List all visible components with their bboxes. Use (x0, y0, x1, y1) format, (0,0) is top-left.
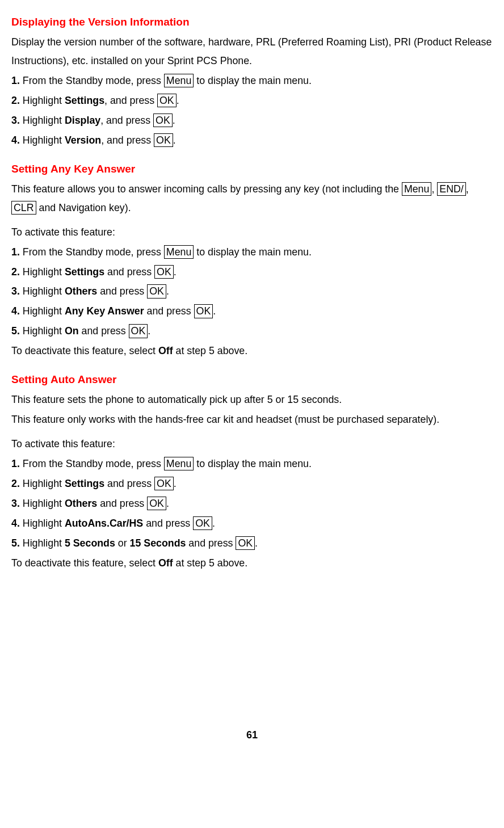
step-text: . (173, 135, 176, 146)
step-text: . (174, 266, 177, 278)
bold-15-seconds: 15 Seconds (130, 537, 186, 549)
step-text: . (213, 305, 216, 317)
activate-label: To activate this feature: (11, 223, 493, 242)
step-text: . (166, 498, 169, 509)
step-num: 1. (11, 75, 20, 86)
step-text: . (166, 285, 169, 297)
bold-version: Version (65, 135, 101, 146)
bold-settings: Settings (65, 266, 104, 278)
step-3-2: 2. Highlight Settings and press OK. (11, 474, 493, 493)
bold-others: Others (65, 498, 97, 509)
page-number: 61 (11, 726, 493, 745)
step-text: Highlight (20, 518, 65, 529)
bold-others: Others (65, 285, 97, 297)
key-ok: OK (236, 536, 255, 550)
intro-auto-1: This feature sets the phone to automatic… (11, 390, 493, 409)
step-text: . (174, 478, 177, 489)
step-text: or (115, 537, 130, 549)
step-1-4: 4. Highlight Version, and press OK. (11, 131, 493, 150)
step-num: 2. (11, 95, 20, 106)
step-num: 1. (11, 246, 20, 258)
step-text: Highlight (20, 498, 65, 509)
bold-5-seconds: 5 Seconds (65, 537, 115, 549)
text: at step 5 above. (173, 345, 247, 356)
step-text: . (212, 518, 215, 529)
step-text: Highlight (20, 266, 65, 278)
step-1-3: 3. Highlight Display, and press OK. (11, 111, 493, 130)
step-num: 4. (11, 305, 20, 317)
step-num: 5. (11, 537, 20, 549)
step-num: 3. (11, 498, 20, 509)
key-ok: OK (154, 133, 173, 147)
step-num: 1. (11, 458, 20, 469)
step-2-3: 3. Highlight Others and press OK. (11, 282, 493, 301)
step-text: and press (144, 305, 194, 317)
step-3-5: 5. Highlight 5 Seconds or 15 Seconds and… (11, 534, 493, 553)
step-text: Highlight (20, 95, 65, 106)
step-text: Highlight (20, 135, 65, 146)
step-text: and press (97, 498, 147, 509)
step-2-2: 2. Highlight Settings and press OK. (11, 263, 493, 281)
step-text: and press (79, 325, 129, 337)
deactivate-auto: To deactivate this feature, select Off a… (11, 554, 493, 573)
text: To deactivate this feature, select (11, 557, 158, 569)
step-text: . (177, 95, 179, 106)
step-2-4: 4. Highlight Any Key Answer and press OK… (11, 302, 493, 321)
activate-label: To activate this feature: (11, 435, 493, 453)
bold-display: Display (65, 115, 100, 126)
intro-any-key: This feature allows you to answer incomi… (11, 180, 493, 217)
step-text: Highlight (20, 115, 65, 126)
step-text: and press (143, 518, 193, 529)
heading-auto-answer: Setting Auto Answer (11, 369, 493, 389)
step-text: From the Standby mode, press (20, 458, 164, 469)
step-num: 3. (11, 115, 20, 126)
text: , (431, 183, 437, 195)
key-ok: OK (147, 284, 166, 298)
key-menu: Menu (164, 245, 194, 259)
step-2-5: 5. Highlight On and press OK. (11, 322, 493, 341)
intro-auto-2: This feature only works with the hands-f… (11, 410, 493, 429)
key-menu: Menu (164, 74, 194, 87)
step-num: 4. (11, 135, 20, 146)
step-text: From the Standby mode, press (20, 75, 164, 86)
bold-autoans: AutoAns.Car/HS (65, 518, 143, 529)
step-3-1: 1. From the Standby mode, press Menu to … (11, 455, 493, 473)
text: This feature allows you to answer incomi… (11, 183, 402, 195)
step-text: Highlight (20, 537, 65, 549)
bold-off: Off (158, 557, 173, 569)
key-ok: OK (147, 497, 166, 510)
step-text: . (173, 115, 175, 126)
key-menu: Menu (164, 457, 194, 470)
step-text: and press (104, 266, 154, 278)
step-num: 4. (11, 518, 20, 529)
text: and Navigation key). (36, 202, 131, 213)
step-num: 3. (11, 285, 20, 297)
step-text: and press (104, 478, 154, 489)
key-clr: CLR (11, 201, 36, 215)
step-text: , and press (104, 95, 157, 106)
deactivate-any-key: To deactivate this feature, select Off a… (11, 342, 493, 360)
step-3-3: 3. Highlight Others and press OK. (11, 494, 493, 513)
step-text: Highlight (20, 285, 65, 297)
step-text: to display the main menu. (194, 75, 312, 86)
key-ok: OK (153, 114, 173, 127)
step-3-4: 4. Highlight AutoAns.Car/HS and press OK… (11, 514, 493, 533)
step-num: 5. (11, 325, 20, 337)
step-num: 2. (11, 478, 20, 489)
step-2-1: 1. From the Standby mode, press Menu to … (11, 243, 493, 262)
step-text: Highlight (20, 305, 65, 317)
bold-on: On (65, 325, 79, 337)
key-ok: OK (157, 94, 177, 107)
intro-version: Display the version number of the softwa… (11, 33, 493, 70)
bold-settings: Settings (65, 478, 104, 489)
step-text: to display the main menu. (194, 246, 312, 258)
text: at step 5 above. (173, 557, 247, 569)
step-text: to display the main menu. (194, 458, 312, 469)
text: To deactivate this feature, select (11, 345, 158, 356)
heading-version-info: Displaying the Version Information (11, 12, 493, 32)
key-menu: Menu (402, 182, 431, 196)
step-1-1: 1. From the Standby mode, press Menu to … (11, 72, 493, 90)
heading-any-key-answer: Setting Any Key Answer (11, 159, 493, 179)
step-text: and press (97, 285, 147, 297)
key-ok: OK (154, 477, 174, 490)
